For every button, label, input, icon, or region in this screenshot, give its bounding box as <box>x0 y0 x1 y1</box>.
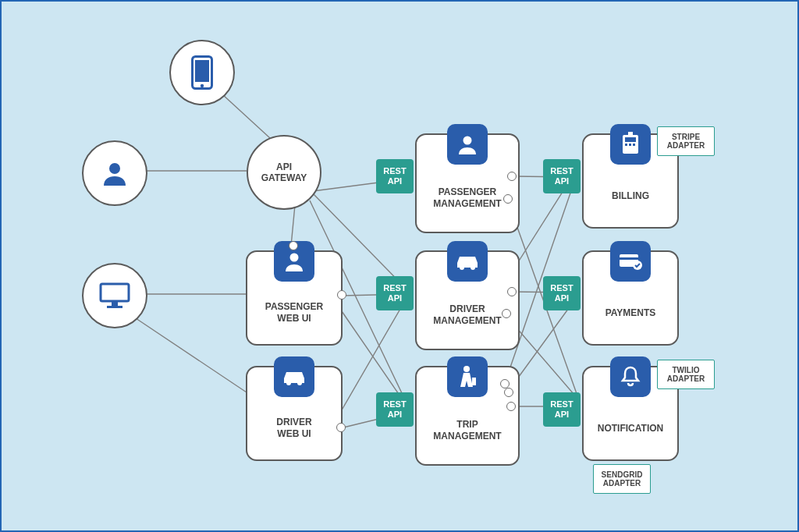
svg-rect-26 <box>107 306 123 308</box>
service-label: BILLING <box>607 165 654 227</box>
service-label: TRIP MANAGEMENT <box>428 397 506 464</box>
svg-rect-34 <box>472 378 476 385</box>
svg-point-23 <box>109 163 120 174</box>
payments: PAYMENTS <box>582 250 679 346</box>
svg-line-7 <box>291 205 295 246</box>
svg-rect-39 <box>633 144 635 146</box>
car-icon <box>447 241 488 282</box>
svg-rect-25 <box>112 302 118 306</box>
svg-point-31 <box>460 265 464 270</box>
service-label: NOTIFICATION <box>593 397 668 459</box>
car-icon <box>274 356 314 397</box>
port-dot <box>504 388 513 397</box>
rest-api-tag: REST API <box>543 276 581 310</box>
user-icon <box>101 160 128 186</box>
svg-rect-37 <box>625 144 627 146</box>
svg-point-22 <box>201 84 204 87</box>
port-dot <box>507 172 517 181</box>
user-icon <box>447 124 488 165</box>
port-dot <box>503 194 513 204</box>
driver-web-ui: DRIVER WEB UI <box>246 366 343 461</box>
port-dot <box>336 423 346 432</box>
bell-icon <box>610 356 651 397</box>
passenger-web-ui: PASSENGER WEB UI <box>246 250 343 346</box>
user-client <box>82 140 147 206</box>
svg-point-28 <box>286 381 291 385</box>
svg-rect-38 <box>629 144 631 146</box>
service-label: PAYMENTS <box>601 282 661 344</box>
phone-icon <box>191 55 213 90</box>
pos-terminal-icon <box>610 124 651 165</box>
svg-point-29 <box>297 381 302 385</box>
twilio-adapter: TWILIO ADAPTER <box>657 360 715 389</box>
port-dot <box>507 287 517 296</box>
port-dot <box>506 402 516 411</box>
svg-rect-42 <box>620 257 638 260</box>
rest-api-tag: REST API <box>543 159 581 193</box>
passenger-management: PASSENGER MANAGEMENT <box>415 133 520 233</box>
desktop-client <box>82 263 147 328</box>
rest-api-tag: REST API <box>543 392 581 427</box>
service-label: DRIVER MANAGEMENT <box>428 282 506 349</box>
svg-rect-36 <box>625 137 636 142</box>
svg-rect-40 <box>628 132 633 136</box>
svg-rect-24 <box>101 284 129 301</box>
service-label: PASSENGER WEB UI <box>261 282 328 344</box>
svg-point-32 <box>471 265 475 270</box>
monitor-icon <box>99 282 130 309</box>
svg-point-27 <box>290 254 299 262</box>
stripe-adapter: STRIPE ADAPTER <box>657 126 715 156</box>
port-dot <box>500 379 510 388</box>
svg-point-30 <box>463 137 472 145</box>
port-dot <box>289 241 298 250</box>
svg-line-0 <box>222 94 270 138</box>
traveler-icon <box>447 356 488 397</box>
svg-rect-21 <box>195 60 209 82</box>
service-label: DRIVER WEB UI <box>272 397 316 459</box>
api-gateway-label: API GATEWAY <box>261 161 307 184</box>
rest-api-tag: REST API <box>376 159 414 193</box>
driver-management: DRIVER MANAGEMENT <box>415 250 520 350</box>
mobile-client <box>169 40 235 105</box>
api-gateway: API GATEWAY <box>247 135 321 210</box>
sendgrid-adapter: SENDGRID ADAPTER <box>593 464 651 494</box>
port-dot <box>502 309 511 318</box>
rest-api-tag: REST API <box>376 392 414 427</box>
architecture-diagram: API GATEWAY PASSENGER WEB UI DRIVER WEB … <box>0 0 799 532</box>
port-dot <box>337 290 346 300</box>
service-label: PASSENGER MANAGEMENT <box>428 165 506 232</box>
card-check-icon <box>610 241 651 282</box>
rest-api-tag: REST API <box>376 276 414 310</box>
svg-line-6 <box>133 317 254 397</box>
svg-point-33 <box>463 366 470 372</box>
